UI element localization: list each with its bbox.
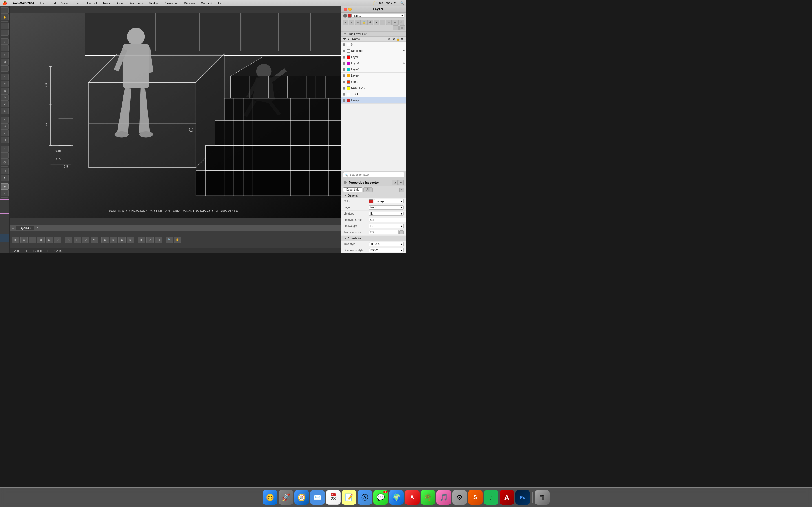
layer-item-0[interactable]: 0: [342, 42, 406, 48]
layer-item-layer2[interactable]: Layer2 ⚑: [342, 60, 406, 66]
help-menu[interactable]: Help: [217, 1, 225, 5]
model-tab[interactable]: □: [11, 226, 15, 230]
btm-ws[interactable]: ⊠: [118, 237, 126, 243]
btm-cleanup[interactable]: ◻: [155, 237, 162, 243]
btm-snap[interactable]: ⊞: [12, 237, 19, 243]
btm-ortho[interactable]: ↔: [29, 237, 36, 243]
props-tb2[interactable]: ✏: [398, 180, 404, 185]
tb-active[interactable]: ◈: [1, 183, 9, 189]
tb-select[interactable]: ↖: [1, 74, 9, 80]
layer-item-defpoints[interactable]: Defpoints ⚑: [342, 48, 406, 54]
btm-pan-btn[interactable]: ✋: [174, 237, 181, 243]
tb-misc[interactable]: ≡: [1, 190, 9, 196]
layer-lw[interactable]: ═: [386, 20, 392, 25]
layer-item-layer3[interactable]: Layer3: [342, 66, 406, 73]
edit-menu[interactable]: Edit: [49, 1, 57, 5]
general-section-header[interactable]: ▼ General: [342, 193, 406, 198]
layer-vis-icon[interactable]: [343, 14, 347, 18]
lweight-dropdown[interactable]: B. ▾: [369, 224, 404, 228]
current-layer-dropdown[interactable]: transp ▾: [352, 13, 404, 18]
tb-forward[interactable]: →: [1, 30, 9, 36]
tb-dim2[interactable]: ↕: [1, 152, 9, 159]
layer-freeze[interactable]: ❄: [355, 20, 361, 25]
view-menu[interactable]: View: [60, 1, 69, 5]
btm-qprop[interactable]: ↺: [82, 237, 89, 243]
tb-home[interactable]: ⌂: [1, 7, 9, 13]
file-tab-1psd[interactable]: 1-2.psd: [33, 249, 42, 252]
layer-color[interactable]: ■: [373, 20, 379, 25]
layers-panel-min[interactable]: [348, 8, 352, 11]
color-dropdown[interactable]: ByLayer ▾: [374, 199, 404, 203]
tb-text[interactable]: T: [1, 65, 9, 71]
tb-pan[interactable]: ✋: [1, 14, 9, 20]
layer-item-transp[interactable]: transp: [342, 98, 406, 104]
btm-otrack[interactable]: ▷: [54, 237, 61, 243]
btm-polar[interactable]: ⊠: [37, 237, 45, 243]
tb-solid[interactable]: ■: [1, 175, 9, 181]
tb-trim[interactable]: ✂: [1, 117, 9, 123]
props-tb1[interactable]: ⊞: [392, 180, 398, 185]
layer-item-sombra2[interactable]: SOMBRA 2: [342, 85, 406, 91]
format-menu[interactable]: Format: [86, 1, 98, 5]
modify-menu[interactable]: Modify: [147, 1, 159, 5]
file-tab-2psd[interactable]: 2-2.psd: [54, 249, 63, 252]
btm-osnap[interactable]: ⊡: [46, 237, 53, 243]
layer-lock[interactable]: 🔒: [361, 20, 367, 25]
layer-item-mbra[interactable]: mbra: [342, 79, 406, 85]
layer-item-text[interactable]: TEXT: [342, 91, 406, 98]
connect-menu[interactable]: Connect: [200, 1, 213, 5]
hide-layer-list-btn[interactable]: ▼ Hide Layer List: [342, 32, 406, 37]
textstyle-dropdown[interactable]: TITULO ▾: [369, 242, 404, 246]
parametric-menu[interactable]: Parametric: [162, 1, 180, 5]
search-icon[interactable]: 🔍: [400, 1, 404, 4]
layer-dropdown-prop[interactable]: transp ▾: [369, 205, 404, 210]
transp-input[interactable]: [369, 230, 399, 234]
tb-3d[interactable]: ⬡: [1, 168, 9, 174]
layout-dropdown-icon[interactable]: ▾: [30, 227, 31, 229]
btm-space[interactable]: ⊞: [101, 237, 109, 243]
all-tab[interactable]: All: [363, 187, 373, 192]
tb-dim[interactable]: ↔: [1, 146, 9, 152]
tb-move[interactable]: ✥: [1, 81, 9, 87]
draw-menu[interactable]: Draw: [114, 1, 124, 5]
tb-circle[interactable]: ○: [1, 52, 9, 58]
prop-edit-icon[interactable]: ✏: [399, 187, 404, 192]
layout3-tab[interactable]: Layout3 ▾: [16, 226, 35, 230]
btm-iso[interactable]: ⊞: [138, 237, 145, 243]
tb-copy[interactable]: ⧉: [1, 88, 9, 94]
btm-dynmode[interactable]: ◁: [65, 237, 72, 243]
tb-block[interactable]: ▢: [1, 159, 9, 165]
layer-exp[interactable]: □: [399, 25, 405, 31]
tb-back[interactable]: ←: [1, 23, 9, 29]
layer-settings[interactable]: ⚙: [398, 20, 404, 25]
btm-lock[interactable]: ⊟: [127, 237, 134, 243]
dimension-menu[interactable]: Dimension: [127, 1, 144, 5]
tools-menu[interactable]: Tools: [101, 1, 111, 5]
layer-new[interactable]: +: [343, 20, 348, 25]
insert-menu[interactable]: Insert: [73, 1, 83, 5]
color-swatch[interactable]: [369, 200, 373, 203]
layer-item-layer4[interactable]: Layer4: [342, 73, 406, 79]
window-menu[interactable]: Window: [183, 1, 196, 5]
current-file-tab[interactable]: 2.2.jpg: [12, 249, 20, 252]
layer-color-indicator[interactable]: [348, 14, 352, 18]
essentials-tab[interactable]: Essentials: [343, 187, 362, 192]
btm-nav-wheel[interactable]: 🔍: [166, 237, 173, 243]
tb-line[interactable]: ╱: [1, 38, 9, 45]
layer-min[interactable]: −: [393, 25, 399, 31]
col-sort[interactable]: ⊕: [388, 38, 393, 41]
tb-fillet[interactable]: ⌐: [1, 130, 9, 136]
tb-hatch[interactable]: ⊞: [1, 59, 9, 65]
app-name-menu[interactable]: AutoCAD 2014: [11, 1, 35, 5]
tb-extend[interactable]: ⊣: [1, 123, 9, 129]
transp-toggle[interactable]: □: [399, 230, 404, 234]
apple-menu[interactable]: 🍎: [2, 1, 7, 5]
viewport[interactable]: 0.5 0.7 0.15 0.15 0.35 0.5 ISOMETRÍA DE …: [10, 6, 341, 225]
search-layer-input[interactable]: [343, 172, 404, 177]
btm-hw[interactable]: ▷: [146, 237, 154, 243]
layer-lt[interactable]: —: [380, 20, 386, 25]
file-menu[interactable]: File: [39, 1, 46, 5]
layer-more[interactable]: ≡: [392, 20, 398, 25]
dimstyle-dropdown[interactable]: ISO-25 ▾: [369, 248, 404, 252]
layers-panel-close[interactable]: [344, 8, 347, 11]
